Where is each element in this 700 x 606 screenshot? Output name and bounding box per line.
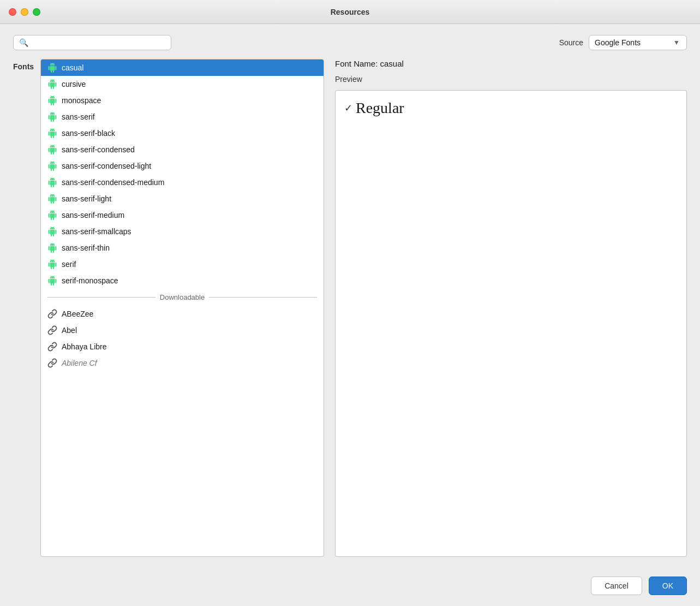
body-area: Fonts casual (13, 59, 687, 557)
font-item-sans-serif-medium[interactable]: sans-serif-medium (41, 207, 324, 223)
android-icon (47, 145, 57, 155)
font-name: monospace (62, 96, 101, 105)
font-name: ABeeZee (62, 310, 93, 318)
font-name: serif-monospace (62, 276, 118, 285)
link-icon (47, 325, 57, 335)
link-icon (47, 342, 57, 352)
android-icon (47, 161, 57, 171)
font-name: sans-serif-condensed-light (62, 162, 151, 170)
font-item-casual[interactable]: casual (41, 60, 324, 76)
font-item-cursive[interactable]: cursive (41, 76, 324, 92)
fonts-label: Fonts (13, 59, 40, 557)
source-dropdown[interactable]: Google Fonts ▼ (589, 35, 687, 50)
main-content: 🔍 Source Google Fonts ▼ Fonts (0, 24, 700, 568)
preview-text: Regular (356, 99, 404, 117)
section-divider: Downloadable (41, 289, 324, 306)
android-icon (47, 112, 57, 122)
android-icon (47, 259, 57, 269)
font-name: sans-serif-black (62, 129, 115, 138)
search-input[interactable] (32, 38, 165, 47)
source-label: Source (559, 38, 583, 47)
ok-button[interactable]: OK (649, 577, 687, 595)
font-name: Abilene Cf (62, 359, 97, 367)
cancel-button[interactable]: Cancel (591, 577, 642, 595)
font-item-sans-serif-black[interactable]: sans-serif-black (41, 125, 324, 141)
font-item-sans-serif-thin[interactable]: sans-serif-thin (41, 240, 324, 256)
font-item-sans-serif-condensed-light[interactable]: sans-serif-condensed-light (41, 158, 324, 174)
font-name: sans-serif-medium (62, 211, 124, 219)
android-icon (47, 96, 57, 105)
link-icon (47, 309, 57, 319)
font-name: serif (62, 260, 76, 269)
font-item-sans-serif-condensed[interactable]: sans-serif-condensed (41, 141, 324, 158)
close-button[interactable] (9, 8, 16, 16)
font-name: cursive (62, 80, 86, 88)
font-item-sans-serif-smallcaps[interactable]: sans-serif-smallcaps (41, 223, 324, 240)
android-icon (47, 128, 57, 138)
font-item-abilene-cf[interactable]: Abilene Cf (41, 355, 324, 371)
maximize-button[interactable] (33, 8, 40, 16)
preview-label: Preview (335, 75, 687, 84)
section-divider-label: Downloadable (160, 293, 205, 301)
selected-font-name: Font Name: casual (335, 59, 687, 68)
font-item-abhaya-libre[interactable]: Abhaya Libre (41, 338, 324, 355)
font-item-sans-serif-light[interactable]: sans-serif-light (41, 191, 324, 207)
font-name: sans-serif-smallcaps (62, 227, 131, 236)
font-item-sans-serif[interactable]: sans-serif (41, 109, 324, 125)
title-bar: Resources (0, 0, 700, 24)
android-icon (47, 194, 57, 204)
font-item-abel[interactable]: Abel (41, 322, 324, 338)
font-name: Abel (62, 326, 77, 335)
android-icon (47, 210, 57, 220)
chevron-down-icon: ▼ (673, 39, 680, 46)
minimize-button[interactable] (21, 8, 28, 16)
source-section: Source Google Fonts ▼ (559, 35, 687, 50)
preview-box: ✓ Regular (335, 90, 687, 557)
window-controls (9, 8, 40, 16)
font-name: sans-serif-thin (62, 243, 110, 252)
font-name: sans-serif-light (62, 194, 111, 203)
font-name: sans-serif-condensed-medium (62, 178, 164, 187)
divider-line-left (47, 297, 155, 298)
android-icon (47, 177, 57, 187)
source-value: Google Fonts (595, 38, 641, 47)
android-icon (47, 227, 57, 236)
font-item-serif[interactable]: serif (41, 256, 324, 272)
android-icon (47, 243, 57, 253)
bottom-bar: Cancel OK (0, 568, 700, 606)
search-icon: 🔍 (19, 38, 28, 47)
left-panel: Fonts casual (13, 59, 324, 557)
android-icon (47, 276, 57, 286)
top-bar: 🔍 Source Google Fonts ▼ (13, 35, 687, 50)
right-panel: Font Name: casual Preview ✓ Regular (324, 59, 687, 557)
font-item-serif-monospace[interactable]: serif-monospace (41, 272, 324, 289)
font-name: Abhaya Libre (62, 342, 107, 351)
search-box[interactable]: 🔍 (13, 35, 171, 50)
font-list-container: casual cursive (40, 59, 324, 557)
preview-item: ✓ Regular (344, 99, 678, 117)
check-mark-icon: ✓ (344, 102, 352, 114)
android-icon (47, 63, 57, 73)
divider-line-right (209, 297, 317, 298)
font-name: casual (62, 63, 83, 72)
font-name: sans-serif-condensed (62, 145, 135, 154)
font-item-abeezee[interactable]: ABeeZee (41, 306, 324, 322)
font-name: sans-serif (62, 112, 95, 121)
android-icon (47, 79, 57, 89)
font-item-sans-serif-condensed-medium[interactable]: sans-serif-condensed-medium (41, 174, 324, 191)
link-icon (47, 358, 57, 368)
font-item-monospace[interactable]: monospace (41, 92, 324, 109)
font-list[interactable]: casual cursive (41, 60, 324, 556)
window-title: Resources (331, 8, 370, 16)
